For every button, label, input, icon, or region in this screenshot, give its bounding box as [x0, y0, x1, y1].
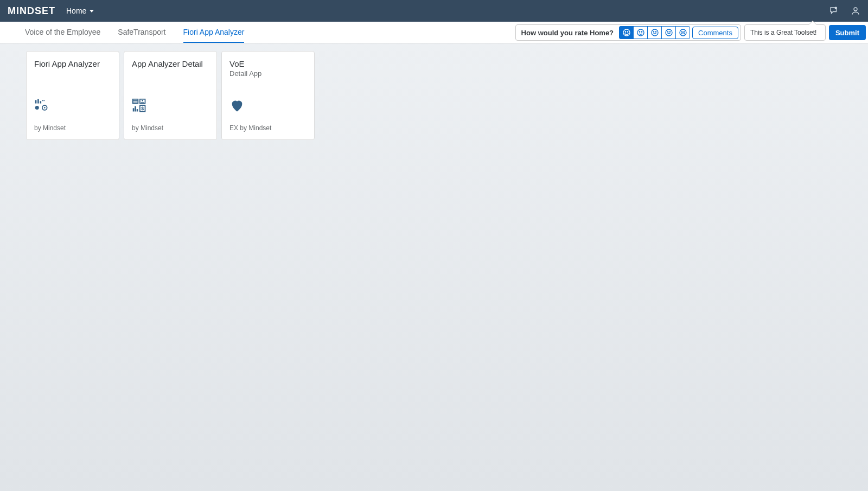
- home-nav-label: Home: [66, 7, 86, 15]
- tab-fiori-app-analyzer[interactable]: Fiori App Analyzer: [183, 22, 245, 43]
- tile-title: VoE: [229, 59, 307, 68]
- svg-point-7: [641, 31, 642, 32]
- rating-box: How would you rate Home? Comments: [515, 24, 741, 41]
- svg-point-8: [652, 29, 658, 36]
- svg-text:$: $: [141, 106, 144, 111]
- tile-title: Fiori App Analyzer: [34, 59, 111, 68]
- tile-subtitle: Detail App: [229, 69, 307, 78]
- smiley-neutral-icon[interactable]: [647, 26, 662, 39]
- svg-point-12: [667, 31, 668, 32]
- svg-point-16: [684, 31, 684, 32]
- tile-footer: by Mindset: [34, 124, 111, 132]
- svg-rect-20: [42, 100, 43, 101]
- svg-point-11: [666, 29, 672, 36]
- svg-rect-25: [133, 99, 138, 104]
- smiley-sad-icon[interactable]: [661, 26, 676, 39]
- heart-icon: [229, 98, 307, 116]
- svg-rect-19: [40, 101, 42, 103]
- svg-point-5: [637, 29, 644, 36]
- tile-footer: EX by Mindset: [229, 124, 307, 132]
- feedback-icon[interactable]: [829, 6, 839, 16]
- tile-footer: by Mindset: [132, 124, 209, 132]
- svg-point-13: [669, 31, 670, 32]
- svg-point-6: [639, 31, 640, 32]
- svg-point-24: [44, 107, 46, 109]
- svg-point-4: [627, 31, 628, 32]
- svg-point-22: [35, 106, 39, 110]
- svg-rect-18: [37, 99, 39, 104]
- grid-icon: $: [132, 98, 209, 116]
- smiley-group: [619, 26, 690, 39]
- tile-container: Fiori App Analyzer by Mindset App Analyz…: [0, 43, 868, 148]
- svg-point-10: [655, 31, 656, 32]
- svg-rect-31: [135, 106, 136, 112]
- tab-safe-transport[interactable]: SafeTransport: [118, 22, 165, 43]
- svg-rect-32: [137, 109, 138, 111]
- shell-header: MINDSET Home: [0, 0, 868, 22]
- chevron-down-icon: [90, 10, 94, 12]
- svg-point-15: [681, 31, 682, 32]
- svg-point-29: [142, 100, 143, 101]
- comment-text: This is a Great Toolset!: [750, 29, 817, 36]
- rating-bar: How would you rate Home? Comments This i…: [515, 22, 868, 43]
- svg-rect-17: [35, 100, 37, 104]
- rating-question: How would you rate Home?: [518, 29, 617, 37]
- svg-point-3: [625, 31, 626, 32]
- smiley-very-sad-icon[interactable]: [675, 26, 690, 39]
- tab-voice-of-employee[interactable]: Voice of the Employee: [25, 22, 100, 43]
- smiley-happy-icon[interactable]: [633, 26, 648, 39]
- svg-point-0: [835, 7, 838, 10]
- submit-button[interactable]: Submit: [829, 25, 866, 40]
- svg-rect-30: [133, 108, 135, 111]
- dashboard-icon: [34, 98, 111, 116]
- tile-app-analyzer-detail[interactable]: App Analyzer Detail $ by Mindset: [124, 51, 217, 140]
- home-nav-dropdown[interactable]: Home: [66, 7, 94, 15]
- comments-button[interactable]: Comments: [692, 27, 738, 39]
- brand-logo: MINDSET: [8, 5, 55, 17]
- svg-point-9: [653, 31, 654, 32]
- svg-point-1: [854, 8, 857, 11]
- smiley-very-happy-icon[interactable]: [619, 26, 634, 39]
- svg-rect-21: [44, 100, 45, 101]
- tile-fiori-app-analyzer[interactable]: Fiori App Analyzer by Mindset: [26, 51, 119, 140]
- user-icon[interactable]: [851, 6, 860, 16]
- tile-voe[interactable]: VoE Detail App EX by Mindset: [221, 51, 315, 140]
- tile-title: App Analyzer Detail: [132, 59, 209, 68]
- comment-popover[interactable]: This is a Great Toolset!: [744, 24, 826, 41]
